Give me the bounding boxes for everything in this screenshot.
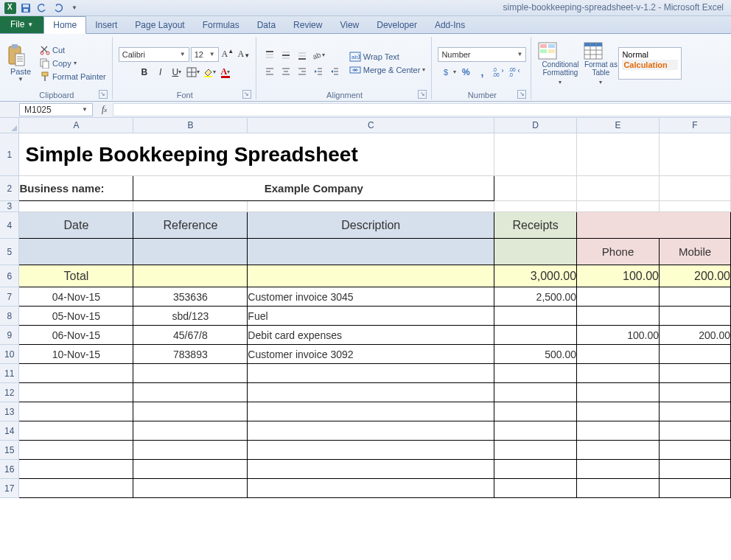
cell[interactable] — [494, 460, 577, 479]
name-box[interactable]: M1025 ▼ — [19, 103, 93, 116]
cell[interactable] — [494, 383, 577, 402]
style-normal[interactable]: Normal — [622, 49, 678, 60]
row-header-14[interactable]: 14 — [0, 421, 19, 441]
table-cell[interactable]: Customer invoice 3092 — [248, 345, 494, 364]
alignment-launcher-icon[interactable]: ↘ — [418, 90, 427, 99]
cell[interactable] — [577, 133, 660, 176]
align-top-icon[interactable] — [262, 48, 277, 63]
cell[interactable] — [660, 383, 731, 402]
cell[interactable] — [577, 201, 660, 212]
total-mobile[interactable]: 200.00 — [660, 265, 731, 287]
cell[interactable] — [248, 421, 494, 441]
business-name-label[interactable]: Business name: — [19, 176, 133, 201]
align-center-icon[interactable] — [279, 64, 293, 79]
cell[interactable] — [19, 239, 133, 265]
cell[interactable] — [494, 441, 577, 460]
cell[interactable] — [248, 441, 494, 460]
tab-data[interactable]: Data — [248, 17, 284, 33]
col-header-C[interactable]: C — [248, 118, 494, 133]
formula-bar[interactable] — [113, 103, 731, 116]
redo-icon[interactable] — [52, 1, 65, 15]
align-middle-icon[interactable] — [279, 48, 293, 63]
cut-button[interactable]: Cut — [38, 44, 108, 56]
row-header-5[interactable]: 5 — [0, 239, 19, 265]
col-header-B[interactable]: B — [133, 118, 248, 133]
cell[interactable] — [660, 460, 731, 479]
row-header-6[interactable]: 6 — [0, 265, 19, 287]
cell[interactable] — [248, 201, 494, 212]
cell[interactable] — [577, 364, 660, 383]
cell[interactable] — [660, 133, 731, 176]
cell[interactable] — [494, 421, 577, 441]
cell[interactable] — [494, 201, 577, 212]
fx-icon[interactable]: fx — [96, 104, 113, 115]
style-calculation[interactable]: Calculation — [622, 60, 678, 70]
table-cell[interactable]: 783893 — [133, 345, 248, 364]
col-header-A[interactable]: A — [19, 118, 133, 133]
table-cell[interactable]: 04-Nov-15 — [19, 287, 133, 307]
format-painter-button[interactable]: Format Painter — [38, 71, 108, 83]
table-cell[interactable] — [660, 307, 731, 326]
comma-format-icon[interactable]: , — [475, 65, 489, 80]
cell[interactable] — [133, 441, 248, 460]
row-header-1[interactable]: 1 — [0, 133, 19, 176]
table-cell[interactable]: 2,500.00 — [494, 287, 577, 307]
row-header-3[interactable]: 3 — [0, 201, 19, 212]
cell[interactable] — [133, 421, 248, 441]
cell[interactable] — [660, 201, 731, 212]
table-cell[interactable]: 06-Nov-15 — [19, 326, 133, 345]
cell[interactable] — [577, 460, 660, 479]
percent-format-icon[interactable]: % — [458, 65, 473, 80]
table-cell[interactable] — [494, 307, 577, 326]
cell[interactable] — [660, 421, 731, 441]
cell[interactable] — [133, 201, 248, 212]
cell[interactable] — [248, 239, 494, 265]
cell-styles-gallery[interactable]: Normal Calculation — [618, 47, 682, 80]
header-phone[interactable]: Phone — [577, 239, 660, 265]
header-receipts[interactable]: Receipts — [494, 212, 577, 239]
cell[interactable] — [577, 176, 660, 201]
row-header-16[interactable]: 16 — [0, 460, 19, 479]
accounting-format-icon[interactable]: $▾ — [442, 65, 457, 80]
row-header-12[interactable]: 12 — [0, 383, 19, 402]
table-cell[interactable]: sbd/123 — [133, 307, 248, 326]
table-cell[interactable] — [577, 287, 660, 307]
cell[interactable] — [133, 239, 248, 265]
row-header-13[interactable]: 13 — [0, 402, 19, 421]
table-cell[interactable]: 10-Nov-15 — [19, 345, 133, 364]
increase-font-icon[interactable]: A▲ — [220, 47, 235, 62]
row-header-15[interactable]: 15 — [0, 441, 19, 460]
cell[interactable] — [494, 176, 577, 201]
increase-decimal-icon[interactable]: .0.00 — [491, 65, 506, 80]
font-size-select[interactable]: 12▼ — [191, 47, 219, 62]
cell[interactable] — [19, 383, 133, 402]
fill-color-button[interactable]: ▾ — [202, 65, 217, 80]
font-launcher-icon[interactable]: ↘ — [242, 90, 251, 99]
tab-add-ins[interactable]: Add-Ins — [426, 17, 474, 33]
select-all-corner[interactable] — [0, 118, 19, 133]
sheet-title[interactable]: Simple Bookkeeping Spreadsheet — [19, 140, 494, 169]
header-description[interactable]: Description — [248, 212, 494, 239]
decrease-decimal-icon[interactable]: .00.0 — [507, 65, 522, 80]
header-reference[interactable]: Reference — [133, 212, 248, 239]
table-cell[interactable]: Customer invoice 3045 — [248, 287, 494, 307]
cell[interactable] — [133, 479, 248, 498]
decrease-indent-icon[interactable] — [311, 64, 326, 79]
cell[interactable] — [494, 239, 577, 265]
cell[interactable] — [19, 460, 133, 479]
wrap-text-button[interactable]: ab Wrap Text — [348, 51, 427, 63]
underline-button[interactable]: U▾ — [169, 65, 184, 80]
header-expenses-group[interactable] — [577, 212, 731, 239]
align-right-icon[interactable] — [295, 64, 309, 79]
increase-indent-icon[interactable] — [327, 64, 342, 79]
table-cell[interactable] — [660, 345, 731, 364]
merge-center-button[interactable]: Merge & Center▾ — [348, 64, 427, 76]
total-receipts[interactable]: 3,000.00 — [494, 265, 577, 287]
table-cell[interactable]: 500.00 — [494, 345, 577, 364]
orientation-icon[interactable]: ab▾ — [311, 48, 326, 63]
number-format-select[interactable]: Number▼ — [438, 47, 526, 62]
cell[interactable] — [577, 441, 660, 460]
cell[interactable] — [19, 441, 133, 460]
font-name-select[interactable]: Calibri▼ — [119, 47, 189, 62]
col-header-D[interactable]: D — [494, 118, 577, 133]
